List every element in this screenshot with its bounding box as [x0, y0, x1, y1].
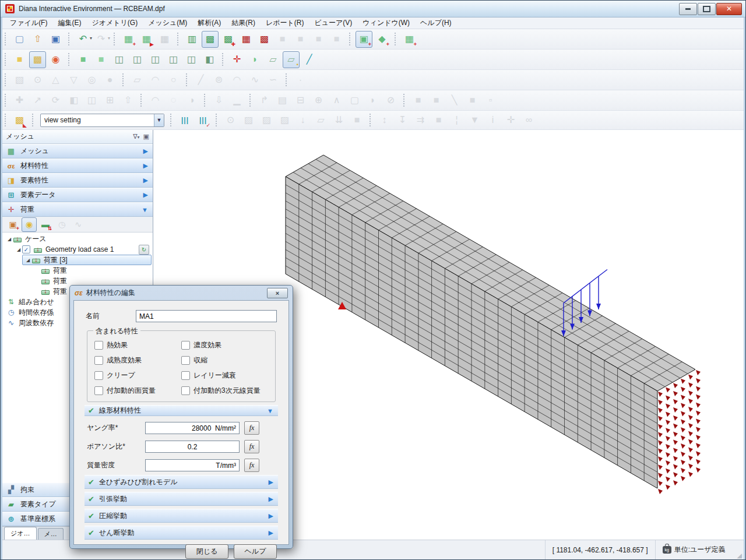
menu-item-6[interactable]: 結果(R)	[226, 17, 261, 29]
tree-row-2[interactable]: ◢✓↓Geometry load case 1↻	[2, 244, 153, 255]
wire-box-back-icon[interactable]: ◧	[201, 51, 218, 68]
mesh-cube-load-icon[interactable]: ▩✚	[220, 31, 237, 48]
visibility-checkbox[interactable]: ✓	[22, 245, 30, 253]
recycle-icon[interactable]: ↻	[139, 245, 149, 255]
toolbar-grip[interactable]	[177, 33, 180, 45]
section-全ひずみひび割れモデル[interactable]: ✔全ひずみひび割れモデル▶	[85, 475, 278, 489]
section-せん断挙動[interactable]: ✔せん断挙動▶	[85, 526, 278, 540]
toolbar-grip[interactable]	[370, 114, 372, 126]
toolbar-grip[interactable]	[122, 73, 125, 86]
menu-item-5[interactable]: 解析(A)	[192, 17, 226, 29]
menu-item-3[interactable]: ジオメトリ(G)	[86, 17, 143, 29]
toolbar-grip[interactable]	[204, 94, 207, 107]
checkbox-box[interactable]	[94, 356, 103, 365]
tree-row-1[interactable]: ◢↓ケース	[2, 234, 153, 244]
show-smooth-icon[interactable]: ■	[93, 51, 110, 68]
fx-function-button[interactable]: fx	[244, 421, 259, 435]
toolbar-grip[interactable]	[249, 94, 252, 107]
menu-item-7[interactable]: レポート(R)	[261, 17, 309, 29]
checkbox-box[interactable]	[181, 371, 190, 380]
section-linear-material[interactable]: ✔ 線形材料特性 ▼	[85, 405, 278, 416]
param-input[interactable]	[145, 441, 240, 453]
filter-sliders-icon[interactable]: |||	[177, 112, 193, 129]
save-document-icon[interactable]: ▣	[47, 31, 64, 48]
toolbar-grip[interactable]	[140, 94, 143, 107]
wire-box-front-icon[interactable]: ◫	[183, 51, 200, 68]
show-loads-icon[interactable]: ◉	[22, 217, 37, 232]
add-load-case-icon[interactable]: ▣+	[5, 217, 20, 232]
sidebar-tab-1[interactable]: ジオ…	[4, 527, 37, 540]
param-input[interactable]	[145, 422, 240, 434]
toolbar-grip[interactable]	[68, 53, 71, 66]
maximize-button[interactable]	[698, 3, 716, 15]
mesh-plane-node-icon[interactable]: ▱•	[283, 51, 300, 68]
toolbar-grip[interactable]	[5, 94, 8, 107]
help-button[interactable]: ヘルプ	[234, 544, 277, 559]
close-button[interactable]: ✕	[716, 3, 742, 15]
checkbox-box[interactable]	[94, 386, 103, 395]
filter-sliders-apply-icon[interactable]: |||✓	[195, 112, 212, 129]
toolbar-grip[interactable]	[222, 53, 225, 66]
mesh-cube-icon[interactable]: ▩	[202, 31, 219, 48]
sidebar-section-メッシュ[interactable]: ▦メッシュ▶	[2, 144, 153, 159]
menu-item-9[interactable]: ウィンドウ(W)	[357, 17, 415, 29]
select-face-icon[interactable]: ▣+	[356, 31, 372, 48]
checkbox-収縮[interactable]: 収縮	[181, 355, 268, 365]
expander-expanded-icon[interactable]: ◢	[24, 258, 31, 263]
rebar-grid-dense-icon[interactable]: ▩	[256, 31, 273, 48]
checkbox-box[interactable]	[181, 356, 190, 365]
checkbox-box[interactable]	[181, 341, 190, 350]
toolbar-grip[interactable]	[5, 33, 8, 45]
open-document-icon[interactable]: ⇧	[29, 31, 46, 48]
undo-icon[interactable]: ↶▾	[75, 31, 92, 48]
view-orientation-icon[interactable]: ▩◣	[11, 112, 28, 129]
menu-item-2[interactable]: 編集(E)	[52, 17, 86, 29]
dialog-close-button[interactable]: ×	[267, 288, 288, 298]
tree-row-4[interactable]: ↓荷重	[2, 265, 153, 276]
param-input[interactable]	[145, 459, 240, 471]
select-mesh-region-icon[interactable]: ▦+	[401, 31, 418, 48]
shade-solid-icon[interactable]: ■	[11, 51, 28, 68]
checkbox-box[interactable]	[181, 386, 190, 395]
sidebar-tab-2[interactable]: メ…	[38, 528, 64, 540]
toolbar-grip[interactable]	[5, 53, 8, 66]
show-solid-icon[interactable]: ■	[75, 51, 92, 68]
toolbar-grip[interactable]	[395, 33, 397, 45]
combine-loads-icon[interactable]: ▬⇅	[38, 217, 53, 232]
dialog-title-bar[interactable]: σε 材料特性の編集 ×	[70, 286, 293, 300]
checkbox-付加動的3次元線質量[interactable]: 付加動的3次元線質量	[181, 386, 268, 396]
sidebar-section-要素データ[interactable]: ⊞要素データ▶	[2, 188, 153, 202]
filter-funnel-icon[interactable]: ∇▾	[133, 133, 139, 140]
wire-box-right-icon[interactable]: ◫	[165, 51, 182, 68]
wire-box-bottom-icon[interactable]: ◫	[111, 51, 128, 68]
toolbar-grip[interactable]	[186, 73, 189, 86]
checkbox-レイリー減衰[interactable]: レイリー減衰	[181, 371, 268, 381]
fx-function-button[interactable]: fx	[244, 440, 259, 453]
generate-mesh-page-icon[interactable]: ▦▶	[138, 31, 155, 48]
minimize-button[interactable]	[679, 3, 697, 15]
expander-expanded-icon[interactable]: ◢	[6, 237, 13, 242]
section-圧縮挙動[interactable]: ✔圧縮挙動▶	[85, 509, 278, 523]
half-model-icon[interactable]: ◗	[247, 51, 263, 68]
solid-band-icon[interactable]: ▥	[184, 31, 200, 48]
name-input[interactable]	[136, 310, 277, 322]
toolbar-grip[interactable]	[32, 114, 35, 126]
chevron-down-icon[interactable]: ▼	[154, 114, 164, 126]
select-polygon-icon[interactable]: ◆+	[374, 31, 390, 48]
checkbox-成熟度効果[interactable]: 成熟度効果	[94, 355, 181, 365]
checkbox-付加動的面質量[interactable]: 付加動的面質量	[94, 386, 181, 396]
menu-item-8[interactable]: ビューア(V)	[309, 17, 358, 29]
mesh-plane-icon[interactable]: ▱	[265, 51, 281, 68]
wire-box-top-icon[interactable]: ◫	[129, 51, 146, 68]
dock-pin-icon[interactable]: ▣	[143, 133, 149, 140]
resize-grip[interactable]: ◢	[733, 552, 744, 559]
toolbar-grip[interactable]	[5, 73, 8, 86]
new-document-icon[interactable]: ▢	[11, 31, 28, 48]
sidebar-section-材料特性[interactable]: σε材料特性▶	[2, 159, 153, 173]
menu-item-10[interactable]: ヘルプ(H)	[415, 17, 457, 29]
sidebar-section-荷重[interactable]: ✛荷重▼	[2, 202, 153, 217]
tree-row-3[interactable]: ◢↓荷重 [3]	[2, 255, 153, 265]
checkbox-クリープ[interactable]: クリープ	[94, 371, 181, 381]
checkbox-box[interactable]	[94, 341, 103, 350]
toolbar-grip[interactable]	[170, 114, 173, 126]
